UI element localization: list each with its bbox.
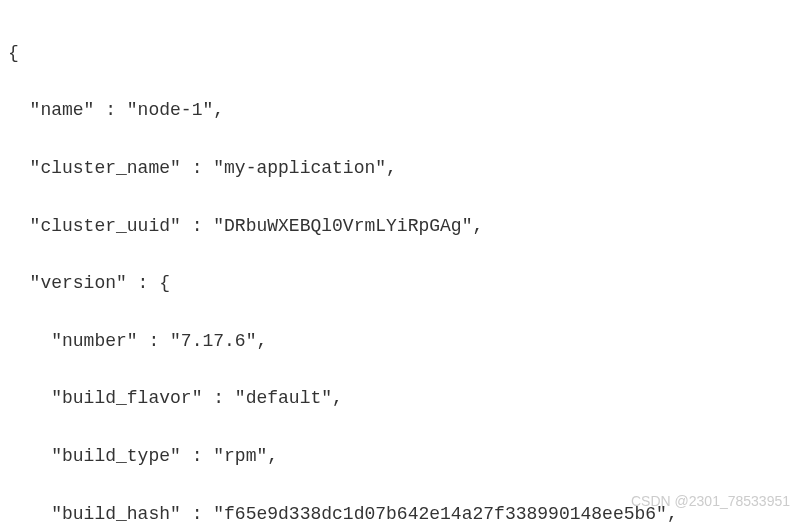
watermark: CSDN @2301_78533951 (631, 490, 790, 512)
code-line: "build_flavor" : "default", (8, 384, 794, 413)
code-line: "version" : { (8, 269, 794, 298)
json-code-block: { "name" : "node-1", "cluster_name" : "m… (8, 10, 794, 526)
code-line: "build_type" : "rpm", (8, 442, 794, 471)
code-line: "name" : "node-1", (8, 96, 794, 125)
code-line: "cluster_uuid" : "DRbuWXEBQl0VrmLYiRpGAg… (8, 212, 794, 241)
code-line: "number" : "7.17.6", (8, 327, 794, 356)
code-line: "cluster_name" : "my-application", (8, 154, 794, 183)
code-line: { (8, 39, 794, 68)
